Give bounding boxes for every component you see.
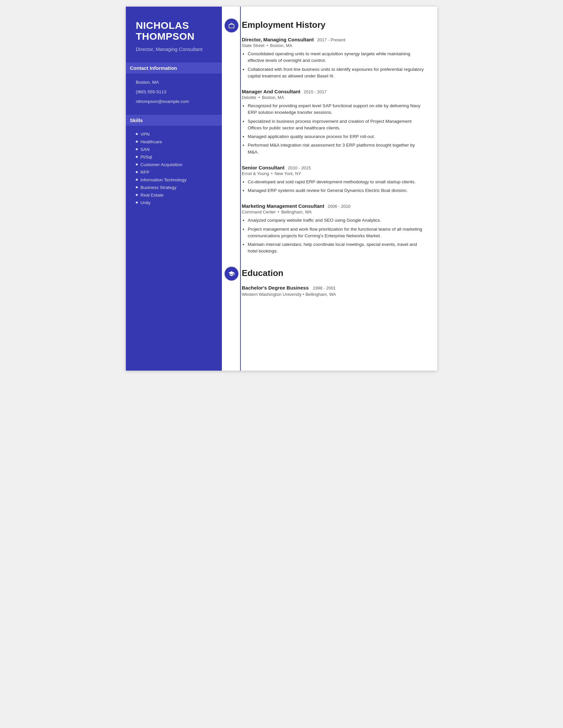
job-company: Ernst & Young [242,171,269,176]
job-location: Boston, MA [262,95,284,100]
main-content: Employment History Director, Managing Co… [222,7,437,371]
job-company-row: Ernst & Young • New York, NY [242,171,424,176]
skill-bullet [136,133,138,135]
job-bullets-list: Analyzed company website traffic and SEO… [242,217,424,254]
skill-label: Business Strategy [140,185,176,190]
skill-bullet [136,156,138,158]
skill-item: Pl/Sql [136,155,212,159]
job-title-row: Senior Consultant 2010 - 2015 [242,165,424,170]
job-company-row: Command Center • Bellingham, WA [242,209,424,214]
skill-label: Information Technology [140,177,186,182]
edu-school-row: Western Washington University • Bellingh… [242,292,424,297]
skill-label: Unity [140,200,151,205]
job-title-row: Manager And Consultant 2015 - 2017 [242,89,424,94]
skill-bullet [136,194,138,196]
job-bullets-list: Co-developed and sold rapid ERP developm… [242,179,424,194]
skill-item: Unity [136,200,212,205]
job-bullet: Managed ERP systems audit review for Gen… [248,187,424,194]
job-title-row: Director, Managing Consultant 2017 - Pre… [242,37,424,42]
skill-label: Pl/Sql [140,155,152,159]
contact-section-header: Contact Information [126,63,222,73]
job-bullet: Recognized for providing expert level SA… [248,103,424,116]
contact-phone: (960) 555-5113 [136,89,212,95]
skill-bullet [136,163,138,165]
skill-label: Real Estate [140,193,164,198]
dot-separator: • [258,95,260,100]
education-entry: Bachelor's Degree Business 1998 - 2001 W… [242,285,424,297]
education-section: Education Bachelor's Degree Business 199… [242,268,424,297]
skills-section: Skills VPNHealthcareSANPl/SqlCustomer Ac… [136,115,212,205]
job-bullet: Managed application quality assurance pr… [248,133,424,140]
jobs-container: Director, Managing Consultant 2017 - Pre… [242,37,424,255]
skill-item: Information Technology [136,177,212,182]
job-bullet: Project management and work flow priorit… [248,226,424,240]
resume-document: NICHOLAS THOMPSON Director, Managing Con… [126,7,437,371]
job-entry: Senior Consultant 2010 - 2015 Ernst & Yo… [242,165,424,194]
candidate-name: NICHOLAS THOMPSON [136,20,212,42]
job-title: Director, Managing Consultant [242,37,314,42]
job-entry: Manager And Consultant 2015 - 2017 Deloi… [242,89,424,156]
edu-location: Bellingham, WA [305,292,336,297]
job-company-row: State Street • Boston, MA [242,43,424,48]
job-bullets-list: Recognized for providing expert level SA… [242,103,424,156]
candidate-title: Director, Managing Consultant [136,46,212,53]
job-bullet: Performed M&A integration risk assessmen… [248,142,424,156]
education-section-header: Education [242,268,424,278]
job-bullet: Collaborated with front line business un… [248,66,424,80]
skill-item: RFP [136,170,212,175]
dot-separator: • [271,171,272,176]
job-bullet: Maintain internal calendars; help coordi… [248,241,424,255]
job-title: Manager And Consultant [242,89,301,94]
skills-section-header: Skills [126,115,222,126]
dot-separator: • [278,209,279,214]
skill-label: SAN [140,147,150,152]
skill-label: Customer Acquisition [140,162,182,167]
job-title-row: Marketing Management Consultant 2006 - 2… [242,203,424,209]
dot-separator: • [266,43,268,48]
job-bullet: Specialized in business process improvem… [248,118,424,132]
job-title: Senior Consultant [242,165,285,170]
job-bullet: Analyzed company website traffic and SEO… [248,217,424,224]
job-dates: 2006 - 2010 [328,204,351,209]
skill-item: Customer Acquisition [136,162,212,167]
skill-bullet [136,171,138,173]
job-dates: 2010 - 2015 [288,165,311,170]
job-location: Boston, MA [270,43,292,48]
skill-bullet [136,141,138,143]
contact-email: nthompson@example.com [136,99,212,105]
skill-item: Business Strategy [136,185,212,190]
graduation-icon [224,267,238,281]
skills-list: VPNHealthcareSANPl/SqlCustomer Acquisiti… [136,132,212,205]
job-company: State Street [242,43,264,48]
contact-city: Boston, MA [136,79,212,86]
employment-section-header: Employment History [242,20,424,30]
skill-bullet [136,202,138,204]
skill-item: SAN [136,147,212,152]
skill-label: Healthcare [140,139,162,144]
skill-bullet [136,179,138,181]
education-container: Bachelor's Degree Business 1998 - 2001 W… [242,285,424,297]
skill-bullet [136,148,138,150]
skill-label: RFP [140,170,149,175]
skill-item: VPN [136,132,212,137]
skill-item: Real Estate [136,193,212,198]
sidebar: NICHOLAS THOMPSON Director, Managing Con… [126,7,222,371]
edu-degree: Bachelor's Degree Business [242,285,309,291]
job-location: Bellingham, WA [281,209,312,214]
job-bullet: Consolidated operating units to meet acq… [248,51,424,64]
job-company-row: Deloitte • Boston, MA [242,95,424,100]
job-entry: Marketing Management Consultant 2006 - 2… [242,203,424,254]
job-title: Marketing Management Consultant [242,203,324,209]
briefcase-icon [224,19,238,32]
job-dates: 2017 - Present [317,37,346,42]
skill-bullet [136,186,138,188]
employment-section: Employment History Director, Managing Co… [242,20,424,255]
job-company: Command Center [242,209,276,214]
job-bullets-list: Consolidated operating units to meet acq… [242,51,424,79]
job-dates: 2015 - 2017 [304,89,327,94]
skill-label: VPN [140,132,150,137]
edu-school: Western Washington University [242,292,302,297]
job-location: New York, NY [274,171,301,176]
employment-title: Employment History [242,20,326,30]
edu-degree-row: Bachelor's Degree Business 1998 - 2001 [242,285,424,291]
